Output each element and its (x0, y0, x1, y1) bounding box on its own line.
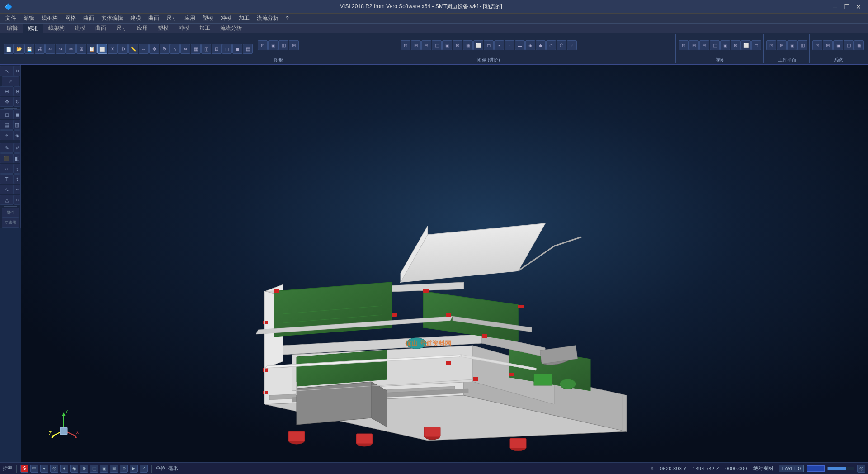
tab-apply[interactable]: 应用 (132, 23, 153, 33)
si-rect[interactable]: ◫ (90, 465, 98, 473)
si-plus[interactable]: ⊕ (80, 465, 88, 473)
tb-undo[interactable]: ↩ (45, 44, 55, 54)
lt-text1[interactable]: T (0, 174, 14, 184)
si-s[interactable]: S (20, 465, 28, 473)
tb-shape1[interactable]: ⊡ (258, 40, 268, 50)
lt-dim1[interactable]: ↔ (0, 164, 14, 174)
menu-mesh[interactable]: 网格 (61, 14, 80, 23)
tb-img8[interactable]: ⬜ (473, 40, 483, 50)
menu-dimension[interactable]: 尺寸 (163, 14, 181, 23)
tb-wp4[interactable]: ◫ (797, 40, 807, 50)
tb-img17[interactable]: ⊿ (567, 40, 577, 50)
tb-img7[interactable]: ▦ (463, 40, 473, 50)
tb-img5[interactable]: ▣ (442, 40, 452, 50)
menu-mold[interactable]: 塑模 (199, 14, 217, 23)
lt-analyze1[interactable]: ∿ (0, 185, 14, 194)
tb-sys2[interactable]: ⊞ (823, 40, 833, 50)
lt-select1[interactable]: ◻ (0, 109, 14, 119)
lt-text2[interactable]: t (14, 174, 20, 184)
tb-img11[interactable]: ▫ (505, 40, 514, 50)
tb-sys1[interactable]: ⊡ (812, 40, 822, 50)
tb-img16[interactable]: ⬡ (557, 40, 566, 50)
tb-wp1[interactable]: ⊡ (766, 40, 776, 50)
lt-solid2[interactable]: ◧ (14, 153, 20, 163)
tb-img9[interactable]: ◻ (484, 40, 494, 50)
lt-solid1[interactable]: ⬛ (0, 153, 14, 163)
lt-filter1[interactable]: ▤ (0, 120, 14, 130)
tab-edit[interactable]: 编辑 (2, 23, 23, 33)
tb-array[interactable]: ▦ (191, 44, 201, 54)
tb-rotate[interactable]: ↻ (160, 44, 170, 54)
minimize-button[interactable]: ─ (830, 2, 840, 12)
tb-layer[interactable]: ▤ (243, 44, 253, 54)
tb-copy[interactable]: ⊞ (76, 44, 86, 54)
tb-sys4[interactable]: ◫ (844, 40, 854, 50)
lt-draw1[interactable]: ✎ (0, 143, 14, 153)
lt-cursor[interactable]: ↖ (0, 66, 14, 76)
tb-save[interactable]: 💾 (24, 44, 34, 54)
tb-wp2[interactable]: ⊞ (777, 40, 787, 50)
menu-stamp[interactable]: 冲模 (217, 14, 235, 23)
tb-view7[interactable]: ⬜ (741, 40, 751, 50)
lt-x[interactable]: ✕ (14, 66, 20, 76)
tb-img10[interactable]: ▪ (494, 40, 504, 50)
si-extra[interactable]: ◎ (857, 465, 865, 473)
tb-sys5[interactable]: ▦ (854, 40, 864, 50)
menu-file[interactable]: 文件 (2, 14, 20, 23)
tab-stamp[interactable]: 冲模 (174, 23, 194, 33)
tb-img2[interactable]: ⊞ (411, 40, 421, 50)
tb-print[interactable]: 🖨 (35, 44, 45, 54)
lt-analyze2[interactable]: ~ (14, 185, 20, 194)
tb-mirror[interactable]: ⇔ (180, 44, 190, 54)
menu-solid-edit[interactable]: 实体编辑 (98, 14, 127, 23)
tb-img6[interactable]: ⊠ (453, 40, 462, 50)
si-box[interactable]: ⊞ (110, 465, 118, 473)
tb-shape2[interactable]: ▣ (268, 40, 278, 50)
model-view[interactable]: 优山 号道资料网 (21, 65, 868, 462)
tb-img13[interactable]: ◈ (525, 40, 535, 50)
lt-draw2[interactable]: ✐ (14, 143, 20, 153)
tb-img1[interactable]: ⊡ (401, 40, 410, 50)
tb-shape4[interactable]: ⊞ (289, 40, 299, 50)
tb-new[interactable]: 📄 (4, 44, 14, 54)
tb-open[interactable]: 📂 (14, 44, 24, 54)
tab-model[interactable]: 建模 (70, 23, 90, 33)
si-radio[interactable]: ◉ (70, 465, 78, 473)
lt-dim2[interactable]: ↕ (14, 164, 20, 174)
tb-move[interactable]: ✥ (149, 44, 159, 54)
si-arrow[interactable]: ▶ (130, 465, 138, 473)
lt-geom1[interactable]: △ (0, 195, 14, 205)
lt-geom2[interactable]: ○ (14, 195, 20, 205)
tb-view6[interactable]: ⊠ (731, 40, 741, 50)
lt-rotate[interactable]: ↻ (14, 97, 20, 107)
menu-apply[interactable]: 应用 (181, 14, 199, 23)
tb-wp3[interactable]: ▣ (787, 40, 797, 50)
tb-transform[interactable]: ↔ (139, 44, 149, 54)
tb-group[interactable]: ◫ (201, 44, 211, 54)
tb-hide[interactable]: ◻ (222, 44, 232, 54)
tb-view3[interactable]: ⊟ (699, 40, 709, 50)
menu-model[interactable]: 建模 (127, 14, 145, 23)
si-check[interactable]: ✓ (140, 465, 148, 473)
restore-button[interactable]: ❐ (842, 2, 852, 12)
tb-show[interactable]: ◼ (232, 44, 242, 54)
menu-wireframe[interactable]: 线框构 (38, 14, 61, 23)
tab-wireframe[interactable]: 线架构 (43, 23, 70, 33)
lt-pan[interactable]: ✥ (0, 97, 14, 107)
lt-snap1[interactable]: ⌖ (0, 130, 14, 140)
lt-filter2[interactable]: ▥ (14, 120, 20, 130)
menu-flow[interactable]: 流流分析 (253, 14, 282, 23)
tb-view2[interactable]: ⊞ (689, 40, 699, 50)
tab-process[interactable]: 加工 (194, 23, 215, 33)
tb-cut[interactable]: ✂ (66, 44, 76, 54)
tb-img3[interactable]: ⊟ (421, 40, 431, 50)
si-circle[interactable]: ◎ (50, 465, 58, 473)
lt-filter3[interactable]: 过滤器 (2, 218, 19, 228)
lt-zoom-in[interactable]: ⊕ (0, 86, 14, 96)
tb-img12[interactable]: ▬ (515, 40, 525, 50)
tb-shape3[interactable]: ◫ (278, 40, 288, 50)
lt-zoom-all[interactable]: ⤢ (2, 76, 19, 86)
tb-redo[interactable]: ↪ (56, 44, 66, 54)
menu-process[interactable]: 加工 (235, 14, 253, 23)
tb-ungroup[interactable]: ⊡ (212, 44, 222, 54)
